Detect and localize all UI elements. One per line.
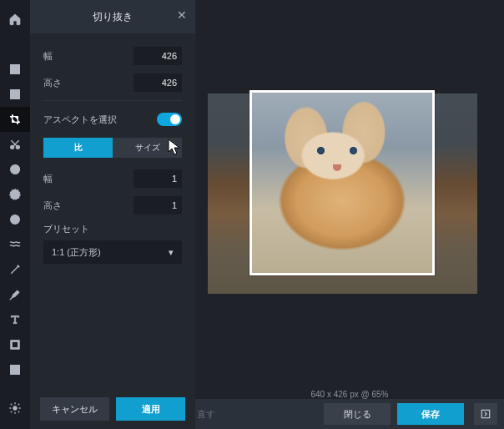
preset-dropdown[interactable]: 1:1 (正方形) ▾ bbox=[43, 240, 182, 264]
resize-icon[interactable] bbox=[0, 82, 30, 107]
handle-br[interactable] bbox=[423, 264, 435, 275]
handle-b[interactable] bbox=[334, 273, 350, 275]
close-icon[interactable]: ✕ bbox=[177, 8, 187, 22]
tool-sidebar bbox=[0, 0, 30, 429]
handle-l[interactable] bbox=[249, 174, 252, 191]
height-input[interactable] bbox=[134, 73, 182, 92]
handle-bl[interactable] bbox=[249, 264, 261, 275]
cancel-button[interactable]: キャンセル bbox=[40, 397, 109, 421]
redo-fragment: 直す bbox=[197, 408, 215, 421]
svg-point-10 bbox=[13, 406, 17, 410]
handle-tr[interactable] bbox=[423, 90, 435, 102]
panel-title: 切り抜き bbox=[93, 10, 133, 24]
width-input[interactable] bbox=[134, 47, 182, 65]
size-tab[interactable]: サイズ bbox=[113, 138, 182, 158]
effect-icon[interactable] bbox=[0, 207, 30, 232]
crop-panel: 切り抜き ✕ 幅 高さ アスペクトを選択 比 サイズ 幅 高さ プリセット 1:… bbox=[30, 0, 195, 429]
width-label: 幅 bbox=[43, 50, 53, 63]
handle-t[interactable] bbox=[334, 90, 350, 93]
handle-tl[interactable] bbox=[249, 90, 261, 102]
ratio-tab[interactable]: 比 bbox=[43, 138, 113, 158]
open-icon[interactable] bbox=[0, 57, 30, 82]
crop-image bbox=[252, 93, 432, 273]
heal-icon[interactable] bbox=[0, 257, 30, 282]
aspect-label: アスペクトを選択 bbox=[43, 114, 117, 126]
ratio-h-input[interactable] bbox=[134, 196, 182, 214]
height-label: 高さ bbox=[43, 77, 62, 89]
settings-icon[interactable] bbox=[0, 396, 30, 421]
element-icon[interactable] bbox=[0, 332, 30, 357]
svg-rect-11 bbox=[481, 410, 489, 417]
frame-icon[interactable] bbox=[0, 357, 30, 382]
chevron-down-icon: ▾ bbox=[169, 247, 174, 258]
liquify-icon[interactable] bbox=[0, 232, 30, 257]
svg-point-5 bbox=[10, 189, 20, 199]
filter-icon[interactable] bbox=[0, 182, 30, 207]
save-button[interactable]: 保存 bbox=[397, 403, 464, 425]
cut-icon[interactable] bbox=[0, 132, 30, 157]
expand-icon[interactable] bbox=[474, 403, 497, 425]
preset-value: 1:1 (正方形) bbox=[52, 246, 101, 259]
canvas-area: 640 x 426 px @ 65% 直す 閉じる 保存 bbox=[195, 0, 504, 429]
preset-label: プリセット bbox=[43, 224, 89, 234]
status-bar: 640 x 426 px @ 65% bbox=[195, 390, 504, 399]
mode-segmented: 比 サイズ bbox=[43, 138, 182, 158]
ratio-w-label: 幅 bbox=[43, 173, 53, 185]
svg-rect-8 bbox=[13, 342, 18, 348]
ratio-w-input[interactable] bbox=[134, 169, 182, 188]
crop-icon[interactable] bbox=[0, 107, 30, 132]
svg-rect-9 bbox=[11, 366, 20, 375]
close-button[interactable]: 閉じる bbox=[324, 403, 391, 425]
apply-button[interactable]: 適用 bbox=[116, 397, 185, 421]
text-icon[interactable] bbox=[0, 307, 30, 332]
ratio-h-label: 高さ bbox=[43, 199, 62, 212]
bottom-bar: 直す 閉じる 保存 bbox=[195, 399, 504, 429]
draw-icon[interactable] bbox=[0, 282, 30, 307]
panel-header: 切り抜き ✕ bbox=[30, 0, 195, 33]
aspect-toggle[interactable] bbox=[157, 113, 182, 126]
home-icon[interactable] bbox=[0, 7, 30, 32]
adjust-icon[interactable] bbox=[0, 157, 30, 182]
handle-r[interactable] bbox=[432, 174, 435, 191]
crop-box[interactable] bbox=[249, 90, 435, 275]
